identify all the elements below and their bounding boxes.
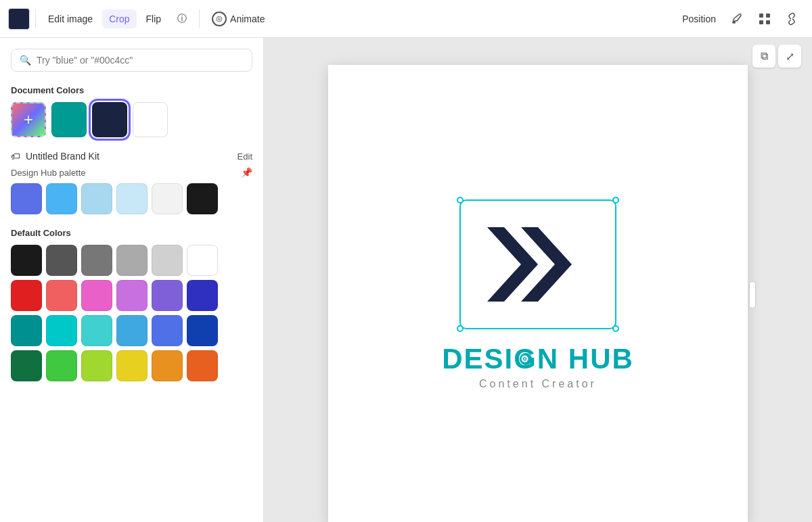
- default-swatch-red[interactable]: [11, 280, 42, 311]
- info-button[interactable]: ⓘ: [171, 9, 194, 29]
- canvas-wrapper: DESI G ⚙ N HUB Content Creator: [264, 38, 812, 522]
- brand-kit-icon: 🏷: [11, 151, 20, 162]
- left-panel: 🔍 Document Colors 🏷 Untitled Brand Kit E…: [0, 38, 264, 522]
- brush-icon: [731, 12, 744, 26]
- default-swatch-darkblue[interactable]: [187, 280, 218, 311]
- default-swatch-ltcyan[interactable]: [81, 315, 112, 346]
- svg-rect-3: [759, 20, 763, 24]
- default-swatch-purple[interactable]: [152, 280, 183, 311]
- link-icon-button[interactable]: [780, 7, 804, 31]
- link-icon: [785, 12, 798, 26]
- default-swatch-violet[interactable]: [116, 280, 148, 311]
- document-color-swatches: [11, 102, 252, 137]
- brand-name-text: DESI: [442, 343, 514, 375]
- brand-kit-title: 🏷 Untitled Brand Kit: [11, 151, 99, 162]
- navy-swatch[interactable]: [92, 102, 127, 137]
- document-colors-title: Document Colors: [11, 85, 252, 95]
- logo-chevron-svg: [467, 207, 609, 322]
- brand-kit-name: Untitled Brand Kit: [26, 151, 99, 162]
- main-layout: 🔍 Document Colors 🏷 Untitled Brand Kit E…: [0, 38, 812, 522]
- default-swatch-dkgreen[interactable]: [11, 350, 42, 381]
- selected-color-swatch[interactable]: [8, 8, 30, 30]
- grid-icon-button[interactable]: [752, 7, 777, 31]
- default-swatch-black[interactable]: [11, 245, 42, 276]
- divider-1: [35, 9, 36, 28]
- palette-title: Design Hub palette: [11, 168, 86, 178]
- search-input[interactable]: [37, 55, 244, 66]
- brand-name: DESI G ⚙ N HUB: [442, 343, 634, 375]
- brush-icon-button[interactable]: [725, 7, 750, 31]
- palette-swatch-4[interactable]: [116, 183, 148, 214]
- canvas-area: ⧉ ⤢: [264, 38, 812, 522]
- svg-rect-4: [766, 20, 770, 24]
- default-swatch-skyblue[interactable]: [116, 315, 148, 346]
- edit-image-button[interactable]: Edit image: [41, 9, 99, 28]
- brand-name-rest: N HUB: [537, 343, 634, 375]
- default-swatch-salmon[interactable]: [46, 280, 77, 311]
- handle-top-right[interactable]: [612, 197, 619, 204]
- default-colors-title: Default Colors: [11, 228, 252, 238]
- default-swatch-darkorange[interactable]: [187, 350, 218, 381]
- handle-bottom-right[interactable]: [612, 325, 619, 332]
- default-swatch-hotpink[interactable]: [81, 280, 112, 311]
- default-swatch-lightgray[interactable]: [152, 245, 183, 276]
- search-icon: 🔍: [20, 55, 31, 66]
- default-swatch-darkteal[interactable]: [11, 315, 42, 346]
- canvas-resize-handle[interactable]: [749, 281, 756, 308]
- pin-icon: 📌: [241, 167, 252, 178]
- canvas-toolbar: ⧉ ⤢: [752, 45, 801, 68]
- palette-swatch-1[interactable]: [11, 183, 42, 214]
- default-swatch-ltgreen[interactable]: [81, 350, 112, 381]
- svg-rect-2: [766, 14, 770, 18]
- default-swatch-cyan[interactable]: [46, 315, 77, 346]
- logo-graphic: [464, 204, 612, 325]
- svg-point-0: [733, 21, 736, 24]
- brand-kit-header: 🏷 Untitled Brand Kit Edit: [11, 151, 252, 162]
- default-swatch-darkgray[interactable]: [46, 245, 77, 276]
- brand-name-g-icon: G ⚙: [514, 343, 537, 375]
- brand-kit-edit-button[interactable]: Edit: [238, 151, 252, 162]
- logo-container: DESI G ⚙ N HUB Content Creator: [442, 199, 634, 390]
- svg-rect-1: [759, 14, 763, 18]
- default-color-swatches: [11, 245, 252, 381]
- palette-swatch-2[interactable]: [46, 183, 77, 214]
- search-bar[interactable]: 🔍: [11, 49, 252, 72]
- top-toolbar: Edit image Crop Flip ⓘ ◎ Animate Positio…: [0, 0, 812, 38]
- grid-icon: [758, 12, 771, 26]
- position-button[interactable]: Position: [675, 9, 723, 28]
- palette-swatch-6[interactable]: [187, 183, 218, 214]
- animate-button[interactable]: ◎ Animate: [205, 7, 271, 30]
- default-swatch-cornblue[interactable]: [152, 315, 183, 346]
- add-page-button[interactable]: ⤢: [778, 45, 801, 68]
- default-swatch-midgray[interactable]: [116, 245, 148, 276]
- white-swatch[interactable]: [133, 102, 168, 137]
- add-color-swatch[interactable]: [11, 102, 46, 137]
- default-swatch-gray[interactable]: [81, 245, 112, 276]
- crop-button[interactable]: Crop: [102, 9, 136, 28]
- teal-swatch[interactable]: [51, 102, 87, 137]
- handle-bottom-left[interactable]: [457, 325, 464, 332]
- divider-2: [199, 9, 200, 28]
- copy-page-button[interactable]: ⧉: [752, 45, 775, 68]
- gear-in-g: ⚙: [520, 353, 532, 365]
- handle-top-left[interactable]: [457, 197, 464, 204]
- logo-text-area: DESI G ⚙ N HUB Content Creator: [442, 343, 634, 390]
- default-swatch-royalblue[interactable]: [187, 315, 218, 346]
- canvas-page: DESI G ⚙ N HUB Content Creator: [328, 65, 748, 522]
- default-swatch-orange[interactable]: [152, 350, 183, 381]
- logo-graphic-selected[interactable]: [459, 199, 616, 329]
- default-swatch-green[interactable]: [46, 350, 77, 381]
- default-swatch-yellow[interactable]: [116, 350, 148, 381]
- palette-swatch-3[interactable]: [81, 183, 112, 214]
- palette-swatch-5[interactable]: [152, 183, 183, 214]
- palette-header: Design Hub palette 📌: [11, 167, 252, 178]
- palette-swatches: [11, 183, 252, 214]
- flip-button[interactable]: Flip: [139, 9, 168, 28]
- default-swatch-white[interactable]: [187, 245, 218, 276]
- animate-icon: ◎: [212, 11, 227, 26]
- brand-subtitle: Content Creator: [442, 378, 634, 390]
